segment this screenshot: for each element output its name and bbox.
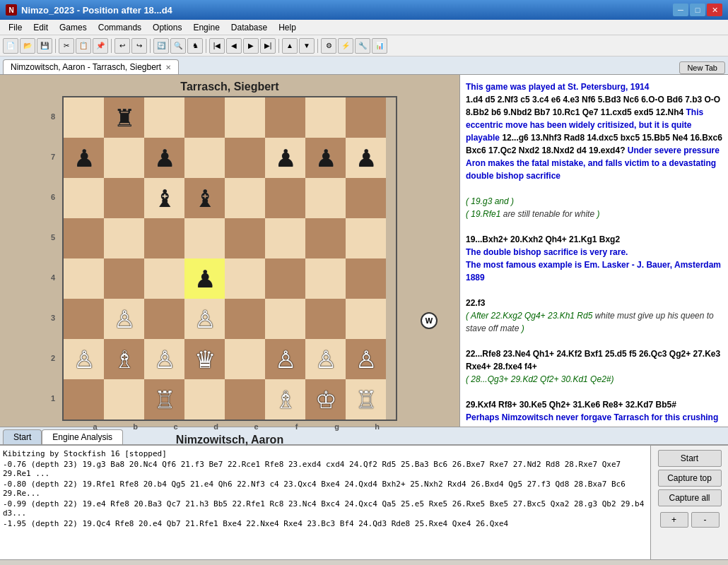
menu-help[interactable]: Help xyxy=(273,21,302,34)
square-g8[interactable] xyxy=(305,97,346,138)
square-h2[interactable]: ♙ xyxy=(346,339,386,379)
toolbar-down[interactable]: ▼ xyxy=(299,38,315,54)
square-d7[interactable] xyxy=(184,138,225,178)
square-e2[interactable] xyxy=(225,339,265,379)
square-a5[interactable] xyxy=(64,218,104,258)
toolbar-engine2[interactable]: ⚡ xyxy=(338,38,353,54)
toolbar-search[interactable]: 🔍 xyxy=(170,38,186,54)
toolbar-engine4[interactable]: 📊 xyxy=(372,38,387,54)
menu-games[interactable]: Games xyxy=(54,21,93,34)
square-f4[interactable] xyxy=(265,258,305,299)
toolbar-new[interactable]: 📄 xyxy=(3,38,18,54)
toolbar-engine1[interactable]: ⚙ xyxy=(321,38,336,54)
toolbar-engine3[interactable]: 🔧 xyxy=(355,38,370,54)
engine-start-button[interactable]: Start xyxy=(658,450,722,467)
square-a6[interactable] xyxy=(64,178,104,218)
square-c5[interactable] xyxy=(144,218,184,258)
square-c6[interactable]: ♝ xyxy=(144,178,184,218)
toolbar-open[interactable]: 📂 xyxy=(20,38,35,54)
toolbar-knight[interactable]: ♞ xyxy=(187,38,203,54)
square-e7[interactable] xyxy=(225,138,265,178)
square-g4[interactable] xyxy=(305,258,346,299)
tab-start[interactable]: Start xyxy=(3,429,42,444)
square-g6[interactable] xyxy=(305,178,346,218)
square-e3[interactable] xyxy=(225,299,265,339)
square-f3[interactable] xyxy=(265,299,305,339)
toolbar-up[interactable]: ▲ xyxy=(282,38,298,54)
tab-close-btn[interactable]: ✕ xyxy=(165,64,171,71)
square-c3[interactable] xyxy=(144,299,184,339)
square-b3[interactable]: ♙ xyxy=(104,299,144,339)
square-g7[interactable]: ♟ xyxy=(305,138,346,178)
square-g2[interactable]: ♙ xyxy=(305,339,346,379)
engine-capture-all-button[interactable]: Capture all xyxy=(658,489,722,506)
square-d1[interactable] xyxy=(184,379,225,420)
square-a4[interactable] xyxy=(64,258,104,299)
commentary-panel[interactable]: This game was played at St. Petersburg, … xyxy=(459,75,728,427)
square-f6[interactable] xyxy=(265,178,305,218)
square-e1[interactable] xyxy=(225,379,265,420)
toolbar-refresh[interactable]: 🔄 xyxy=(153,38,169,54)
square-f5[interactable] xyxy=(265,218,305,258)
square-c4[interactable] xyxy=(144,258,184,299)
square-d8[interactable] xyxy=(184,97,225,138)
square-g5[interactable] xyxy=(305,218,346,258)
toolbar-cut[interactable]: ✂ xyxy=(59,38,74,54)
square-b8[interactable]: ♜ xyxy=(104,97,144,138)
square-b4[interactable] xyxy=(104,258,144,299)
toolbar-next[interactable]: ▶ xyxy=(243,38,259,54)
square-e6[interactable] xyxy=(225,178,265,218)
close-button[interactable]: ✕ xyxy=(707,4,722,16)
square-b2[interactable]: ♗ xyxy=(104,339,144,379)
menu-engine[interactable]: Engine xyxy=(187,21,225,34)
engine-plus-button[interactable]: + xyxy=(660,512,688,528)
square-c2[interactable]: ♙ xyxy=(144,339,184,379)
toolbar-copy[interactable]: 📋 xyxy=(76,38,91,54)
square-d4[interactable]: ♟ xyxy=(184,258,225,299)
toolbar-redo[interactable]: ↪ xyxy=(131,38,147,54)
square-h4[interactable] xyxy=(346,258,386,299)
square-h3[interactable] xyxy=(346,299,386,339)
square-a1[interactable] xyxy=(64,379,104,420)
toolbar-undo[interactable]: ↩ xyxy=(115,38,130,54)
square-d3[interactable]: ♙ xyxy=(184,299,225,339)
square-h6[interactable] xyxy=(346,178,386,218)
square-b1[interactable] xyxy=(104,379,144,420)
square-a3[interactable] xyxy=(64,299,104,339)
tab-engine-analysis[interactable]: Engine Analysis xyxy=(42,429,123,444)
square-b7[interactable] xyxy=(104,138,144,178)
square-f1[interactable]: ♗ xyxy=(265,379,305,420)
square-d5[interactable] xyxy=(184,218,225,258)
new-tab-button[interactable]: New Tab xyxy=(679,61,725,74)
square-f8[interactable] xyxy=(265,97,305,138)
square-c7[interactable]: ♟ xyxy=(144,138,184,178)
square-e4[interactable] xyxy=(225,258,265,299)
square-e5[interactable] xyxy=(225,218,265,258)
square-c1[interactable]: ♖ xyxy=(144,379,184,420)
square-a7[interactable]: ♟ xyxy=(64,138,104,178)
engine-minus-button[interactable]: - xyxy=(691,512,720,528)
toolbar-paste[interactable]: 📌 xyxy=(93,38,108,54)
square-h7[interactable]: ♟ xyxy=(346,138,386,178)
square-f2[interactable]: ♙ xyxy=(265,339,305,379)
toolbar-next-end[interactable]: ▶| xyxy=(260,38,276,54)
menu-commands[interactable]: Commands xyxy=(93,21,147,34)
square-h8[interactable] xyxy=(346,97,386,138)
square-b5[interactable] xyxy=(104,218,144,258)
square-a8[interactable] xyxy=(64,97,104,138)
toolbar-prev[interactable]: ◀ xyxy=(226,38,242,54)
square-h5[interactable] xyxy=(346,218,386,258)
engine-capture-top-button[interactable]: Capture top xyxy=(658,470,722,487)
main-tab[interactable]: Nimzowitsch, Aaron - Tarrasch, Siegbert … xyxy=(3,59,179,74)
square-g1[interactable]: ♔ xyxy=(305,379,346,420)
toolbar-save[interactable]: 💾 xyxy=(37,38,52,54)
menu-database[interactable]: Database xyxy=(225,21,273,34)
square-a2[interactable]: ♙ xyxy=(64,339,104,379)
square-g3[interactable] xyxy=(305,299,346,339)
menu-file[interactable]: File xyxy=(3,21,28,34)
minimize-button[interactable]: ─ xyxy=(673,4,688,16)
toolbar-prev-start[interactable]: |◀ xyxy=(209,38,225,54)
square-h1[interactable]: ♖ xyxy=(346,379,386,420)
square-d6[interactable]: ♝ xyxy=(184,178,225,218)
menu-options[interactable]: Options xyxy=(147,21,187,34)
